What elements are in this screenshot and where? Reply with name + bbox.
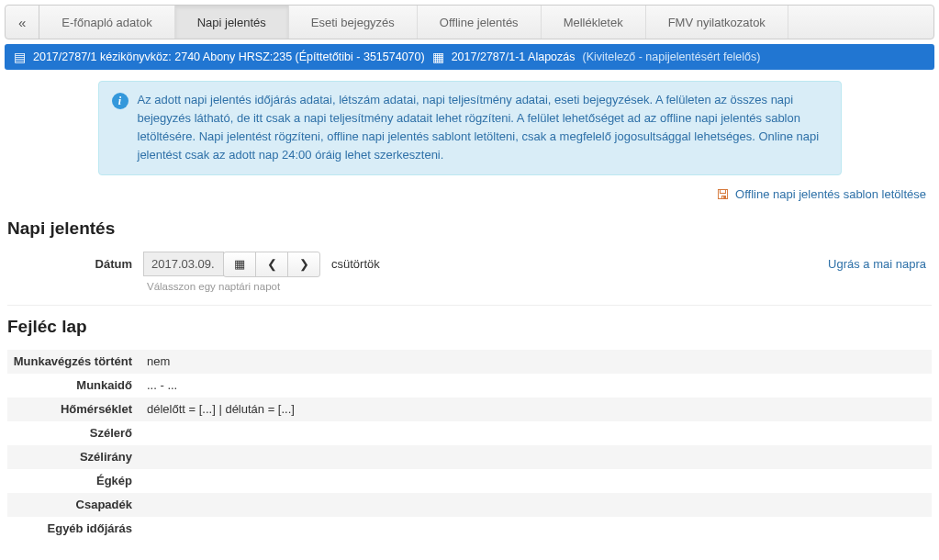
info-box: i Az adott napi jelentés időjárás adatai… (98, 81, 842, 175)
tab-offline-jelentes[interactable]: Offline jelentés (418, 6, 542, 39)
tab-efonaplo[interactable]: E-főnapló adatok (39, 6, 174, 39)
prev-day-button[interactable]: ❮ (255, 252, 288, 277)
field-label: Munkavégzés történt (7, 354, 143, 368)
field-egyeb-idojaras: Egyéb időjárás (7, 517, 932, 541)
field-label: Csapadék (7, 498, 143, 511)
book-icon: ▤ (14, 50, 26, 64)
field-szelero: Szélerő (7, 421, 932, 445)
jump-to-today-link[interactable]: Ugrás a mai napra (828, 257, 932, 271)
info-icon: i (112, 93, 129, 109)
next-day-button[interactable]: ❯ (287, 252, 320, 277)
chevron-right-icon: ❯ (299, 257, 309, 271)
breadcrumb: ▤ 2017/2787/1 kézikönyvköz: 2740 Abony H… (5, 44, 934, 70)
tab-fmv[interactable]: FMV nyilatkozatok (646, 6, 788, 39)
date-row: Dátum ▦ ❮ ❯ csütörtök Ugrás a mai napra (0, 252, 939, 281)
divider (7, 305, 932, 306)
calendar-icon: ▦ (234, 257, 245, 271)
header-fields: Munkavégzés történt nem Munkaidő ... - .… (7, 350, 932, 541)
field-munkaido: Munkaidő ... - ... (7, 374, 932, 398)
breadcrumb-secondary-main: 2017/2787/1-1 Alapozás (452, 50, 576, 63)
tabs-bar: « E-főnapló adatok Napi jelentés Eseti b… (5, 5, 934, 39)
calendar-button[interactable]: ▦ (223, 252, 256, 277)
download-icon: 🖫 (716, 186, 730, 202)
date-input[interactable] (143, 252, 224, 276)
breadcrumb-secondary-role: (Kivitelező - napijelentésért felelős) (583, 50, 761, 63)
tabs-collapse-button[interactable]: « (6, 6, 39, 39)
download-template-link[interactable]: 🖫 Offline napi jelentés sablon letöltése (716, 186, 926, 202)
field-label: Munkaidő (7, 378, 143, 392)
field-value: ... - ... (143, 378, 177, 392)
field-label: Hőmérséklet (7, 402, 143, 416)
field-value: nem (143, 354, 170, 368)
field-label: Egyéb időjárás (7, 521, 143, 535)
field-label: Szélirány (7, 450, 143, 464)
breadcrumb-primary: 2017/2787/1 kézikönyvköz: 2740 Abony HRS… (33, 50, 425, 63)
info-text: Az adott napi jelentés időjárás adatai, … (138, 91, 828, 165)
tab-napi-jelentes[interactable]: Napi jelentés (175, 6, 289, 39)
date-hint: Válasszon egy naptári napot (0, 281, 939, 292)
tab-mellekletek[interactable]: Mellékletek (542, 6, 646, 39)
section-title-fejlec-lap: Fejléc lap (7, 317, 932, 337)
list-icon: ▦ (432, 50, 444, 64)
field-szelirany: Szélirány (7, 445, 932, 469)
field-homerseklet: Hőmérséklet délelőtt = [...] | délután =… (7, 398, 932, 421)
chevron-left-icon: ❮ (267, 257, 277, 271)
field-munkavegzes: Munkavégzés történt nem (7, 350, 932, 374)
field-label: Szélerő (7, 426, 143, 440)
field-label: Égkép (7, 474, 143, 487)
tab-eseti-bejegyzes[interactable]: Eseti bejegyzés (289, 6, 418, 39)
section-title-napi-jelentes: Napi jelentés (7, 218, 932, 239)
day-of-week: csütörtök (331, 257, 380, 271)
field-csapadek: Csapadék (7, 493, 932, 517)
date-label: Dátum (7, 257, 143, 271)
download-label: Offline napi jelentés sablon letöltése (735, 187, 926, 201)
field-egkep: Égkép (7, 469, 932, 493)
field-value: délelőtt = [...] | délután = [...] (143, 402, 295, 416)
